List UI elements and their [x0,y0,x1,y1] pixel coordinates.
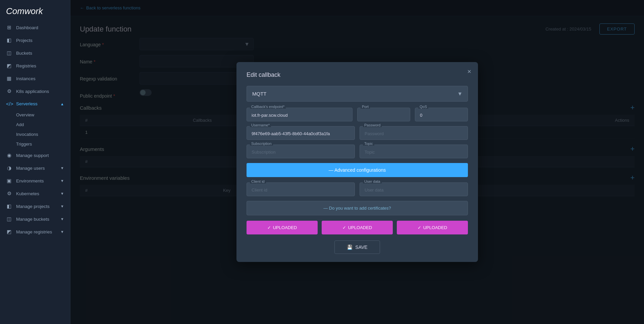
sidebar-item-manage-registries[interactable]: ◩ Manage registries ▼ [0,225,70,238]
serverless-sub-overview[interactable]: Overview [16,110,70,120]
qos-label: QoS [418,105,428,109]
upload-label-1: UPLOADED [273,225,297,230]
username-label: Username* [250,123,271,127]
manage-projects-expand-icon: ▼ [60,204,64,208]
endpoint-input[interactable] [247,108,353,121]
sidebar-label-projects: Projects [16,38,33,43]
sidebar-label-k8s: K8s applications [16,89,49,94]
sidebar-item-k8s[interactable]: ⚙ K8s applications [0,85,70,98]
user-data-input[interactable] [360,182,468,196]
advanced-configurations-button[interactable]: — Advanced configurations [247,163,468,177]
logo: Comwork [0,0,70,21]
sidebar-label-dashboard: Dashboard [16,25,38,30]
certs-btn-label: — Do you want to add certificates? [323,206,391,211]
manage-users-expand-icon: ▼ [60,166,64,170]
add-certificates-button[interactable]: — Do you want to add certificates? [247,201,468,215]
sidebar-label-manage-users: Manage users [16,166,45,171]
save-button[interactable]: 💾 SAVE [334,240,380,254]
sidebar-item-instances[interactable]: ▦ Instances [0,72,70,85]
username-input[interactable] [247,126,355,140]
sidebar-item-registries[interactable]: ◩ Registries [0,59,70,72]
sidebar-item-serverless[interactable]: </> Serverless ▲ [0,98,70,110]
subscription-label: Subscription [250,142,273,146]
sidebar-label-serverless: Serverless [16,101,38,106]
subscription-row: Subscription Topic [247,145,468,158]
clientid-row: Client id User data [247,182,468,196]
sidebar-label-manage-projects: Manage projects [16,204,50,209]
manage-registries-icon: ◩ [6,229,12,235]
upload-button-3[interactable]: ✓ UPLOADED [397,221,468,234]
upload-label-2: UPLOADED [348,225,372,230]
upload-check-1: ✓ [267,225,271,230]
modal-overlay: Edit callback × MQTT HTTP HTTPS ▼ Callba… [70,0,644,324]
sidebar-item-kubernetes[interactable]: ⚙ Kubernetes ▼ [0,187,70,200]
sidebar-label-environments: Environments [16,178,44,183]
password-field: Password [360,126,468,140]
environments-expand-icon: ▼ [60,179,64,183]
sidebar-label-manage-registries: Manage registries [16,229,52,234]
sidebar-item-buckets[interactable]: ◫ Buckets [0,47,70,59]
client-id-label: Client id [250,179,266,183]
manage-users-icon: ◑ [6,165,12,171]
port-label: Port [361,105,370,109]
username-row: Username* Password [247,126,468,140]
serverless-sub-invocations[interactable]: Invocations [16,129,70,139]
upload-label-3: UPLOADED [423,225,447,230]
sidebar-item-manage-support[interactable]: ◉ Manage support [0,149,70,162]
edit-callback-modal: Edit callback × MQTT HTTP HTTPS ▼ Callba… [236,62,478,262]
instances-icon: ▦ [6,75,12,82]
registries-icon: ◩ [6,63,12,69]
buckets-icon: ◫ [6,50,12,56]
topic-input[interactable] [360,145,468,158]
kubernetes-expand-icon: ▼ [60,192,64,196]
sidebar-label-instances: Instances [16,76,36,81]
username-field: Username* [247,126,355,140]
advanced-btn-label: — Advanced configurations [329,167,386,173]
endpoint-field: Callback's endpoint* [247,108,353,121]
serverless-sub-triggers[interactable]: Triggers [16,139,70,149]
qos-input[interactable] [415,108,468,121]
user-data-field: User data [360,182,468,196]
manage-buckets-icon: ◫ [6,216,12,222]
sidebar-item-manage-projects[interactable]: ◧ Manage projects ▼ [0,200,70,213]
upload-button-2[interactable]: ✓ UPLOADED [322,221,393,234]
topic-label: Topic [363,142,374,146]
type-select-wrap: MQTT HTTP HTTPS ▼ [247,86,468,102]
save-icon: 💾 [347,245,353,250]
modal-close-button[interactable]: × [467,68,471,75]
environments-icon: ▣ [6,178,12,184]
upload-check-2: ✓ [342,225,346,230]
main-content: ← Back to serverless functions Update fu… [70,0,644,324]
user-data-label: User data [363,179,382,183]
endpoint-row: Callback's endpoint* Port QoS [247,108,468,121]
sidebar-label-kubernetes: Kubernetes [16,191,39,196]
sidebar-item-manage-users[interactable]: ◑ Manage users ▼ [0,162,70,174]
subscription-input[interactable] [247,145,355,158]
password-input[interactable] [360,126,468,140]
endpoint-label: Callback's endpoint* [250,105,286,109]
sidebar-item-dashboard[interactable]: ⊞ Dashboard [0,21,70,34]
client-id-input[interactable] [247,182,355,196]
sidebar-label-manage-support: Manage support [16,153,49,158]
kubernetes-icon: ⚙ [6,191,12,197]
qos-field: QoS [415,108,468,121]
port-input[interactable] [357,108,410,121]
serverless-icon: </> [6,101,12,107]
client-id-field: Client id [247,182,355,196]
serverless-sub-add[interactable]: Add [16,120,70,129]
upload-button-1[interactable]: ✓ UPLOADED [247,221,318,234]
manage-projects-icon: ◧ [6,203,12,209]
topic-field: Topic [360,145,468,158]
sidebar-item-environments[interactable]: ▣ Environments ▼ [0,174,70,187]
sidebar-item-projects[interactable]: ◧ Projects [0,34,70,47]
sidebar-label-buckets: Buckets [16,51,32,56]
manage-support-icon: ◉ [6,152,12,158]
save-label: SAVE [355,245,367,250]
sidebar-item-manage-buckets[interactable]: ◫ Manage buckets ▼ [0,213,70,225]
serverless-expand-icon: ▲ [60,102,64,106]
port-field: Port [357,108,410,121]
subscription-field: Subscription [247,145,355,158]
modal-title: Edit callback [247,71,468,78]
type-select[interactable]: MQTT HTTP HTTPS [247,86,468,102]
manage-registries-expand-icon: ▼ [60,230,64,234]
